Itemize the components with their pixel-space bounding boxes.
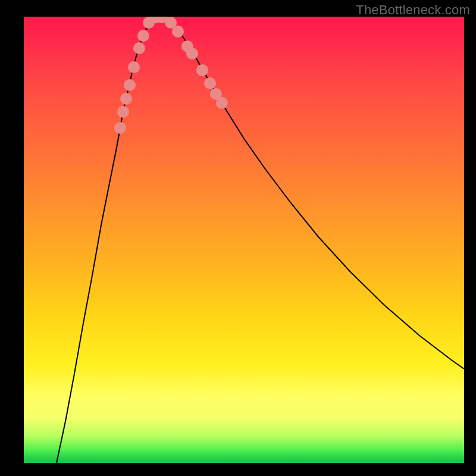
highlight-dot: [196, 64, 208, 76]
highlight-dot: [133, 42, 145, 54]
highlight-dot: [114, 122, 126, 134]
highlight-dot: [204, 77, 216, 89]
highlight-dot: [186, 48, 198, 60]
highlight-dot: [120, 93, 132, 105]
highlight-dot: [128, 61, 140, 73]
chart-stage: TheBottleneck.com: [0, 0, 476, 476]
chart-svg: [24, 17, 464, 463]
highlight-dot: [117, 106, 129, 118]
curve-left: [57, 17, 159, 463]
highlight-dot: [172, 26, 184, 37]
plot-area: [24, 17, 464, 463]
highlight-dot: [137, 30, 149, 42]
highlight-dot: [216, 97, 228, 109]
watermark-label: TheBottleneck.com: [356, 2, 470, 18]
highlight-dot: [124, 79, 136, 91]
